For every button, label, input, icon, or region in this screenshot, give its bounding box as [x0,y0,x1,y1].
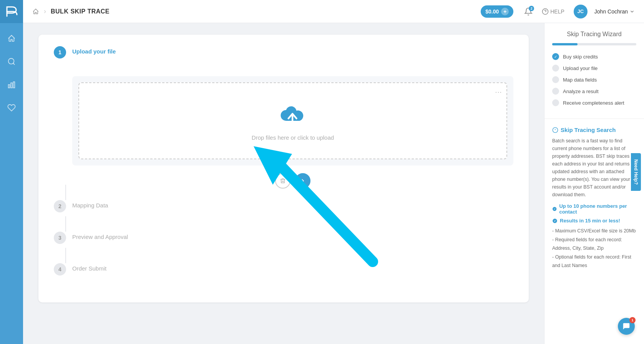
right-panel: Skip Tracing Wizard ✓ Buy skip credits U… [544,23,644,344]
wizard-item-4-label: Receive completeness alert [563,100,624,106]
sidebar-item-search[interactable] [4,54,19,69]
list-item-0: - Maximum CSV/Excel file size is 20Mb [552,227,636,235]
wizard-item-4: Receive completeness alert [552,99,636,106]
wizard-item-0: ✓ Buy skip credits [552,53,636,60]
chat-bubble[interactable]: 1 [618,318,635,335]
sidebar [0,0,23,344]
sidebar-item-home[interactable] [4,31,19,46]
notification-badge: 2 [529,6,534,11]
chat-icon [622,322,631,331]
step-1-label: Upload your file [72,46,116,55]
wizard-progress-bar [552,43,636,45]
step-1: 1 Upload your file [54,46,513,58]
header: › BULK SKIP TRACE $0.00 + 2 HELP JC John… [23,0,644,23]
next-button[interactable] [295,173,310,189]
search-panel-highlight-1: Results in 15 min or less! [552,218,636,224]
list-item-1: - Required fields for each record: Addre… [552,235,636,253]
main-wrapper: › BULK SKIP TRACE $0.00 + 2 HELP JC John… [23,0,644,344]
breadcrumb-separator: › [44,7,46,15]
wizard-item-1-label: Upload your file [563,65,598,71]
wizard-panel-title: Skip Tracing Wizard [552,31,636,38]
search-panel-icon [552,127,558,133]
search-panel-highlight-0: Up to 10 phone numbers per contact [552,203,636,215]
upload-zone[interactable]: ⋯ Drop files here or click to upload [78,82,507,159]
username-dropdown[interactable]: John Cochran [594,8,635,15]
highlight-1-label: Results in 15 min or less! [560,218,620,224]
search-panel-title: Skip Tracing Search [552,127,636,133]
step-2: 2 Mapping Data [54,200,513,212]
step-2-label: Mapping Data [72,200,108,209]
step-3-number: 3 [58,235,61,241]
step-2-number: 2 [58,203,61,209]
upload-text: Drop files here or click to upload [252,134,334,141]
upload-cloud-icon [279,105,306,130]
trash-icon [280,178,286,184]
chart-icon [7,80,16,89]
avatar[interactable]: JC [574,5,588,18]
balance-amount: $0.00 [485,8,499,15]
wizard-item-4-icon [552,99,559,106]
search-panel: Skip Tracing Search Batch search is a fa… [544,119,644,278]
wizard-item-0-label: Buy skip credits [563,54,598,60]
wizard-panel: Skip Tracing Wizard ✓ Buy skip credits U… [544,23,644,119]
help-button[interactable]: HELP [542,8,564,15]
list-item-2: - Optional fields for each record: First… [552,253,636,270]
balance-button[interactable]: $0.00 + [481,5,513,18]
check-circle-icon-1 [552,218,558,224]
sidebar-item-favorites[interactable] [4,100,19,115]
avatar-initials: JC [578,8,584,14]
logo-icon [5,5,18,18]
add-funds-icon[interactable]: + [501,8,509,15]
action-buttons [72,173,513,189]
svg-point-0 [8,58,14,64]
sidebar-item-analytics[interactable] [4,77,19,92]
step-4: 4 Order Submit [54,263,513,276]
check-circle-icon-0 [552,206,557,212]
wizard-item-2-label: Map data fields [563,77,597,83]
wizard-item-1-icon [552,65,559,72]
step-2-circle: 2 [54,200,66,212]
wizard-progress-fill [552,43,578,45]
delete-button[interactable] [275,173,290,189]
step-4-number: 4 [58,266,61,272]
svg-rect-1 [8,85,10,88]
wizard-item-3-icon [552,88,559,95]
sidebar-navigation [4,23,19,115]
search-panel-title-text: Skip Tracing Search [561,127,616,133]
connector-2-3 [65,216,66,232]
chevron-right-icon [300,178,306,184]
step-1-circle: 1 [54,46,66,58]
search-icon [7,57,16,66]
highlight-0-label: Up to 10 phone numbers per contact [559,203,636,215]
wizard-item-2-icon [552,76,559,83]
notification-bell[interactable]: 2 [524,7,533,16]
wizard-steps-container: 1 Upload your file ⋯ [38,35,529,302]
upload-wrapper: ⋯ Drop files here or click to upload [72,76,513,165]
sidebar-logo[interactable] [0,0,23,23]
connector-1-2 [65,185,66,200]
main-content: 1 Upload your file ⋯ [23,23,544,344]
heart-icon [7,104,16,112]
wizard-item-1: Upload your file [552,65,636,72]
content-area: 1 Upload your file ⋯ [23,23,644,344]
upload-options-icon[interactable]: ⋯ [495,88,502,96]
step-3-circle: 3 [54,232,66,244]
page-title: BULK SKIP TRACE [51,8,110,15]
step-4-circle: 4 [54,263,66,276]
connector-3-4 [65,248,66,263]
step-4-label: Order Submit [72,263,106,272]
step-1-number: 1 [58,49,61,55]
need-help-tab[interactable]: Need Help? [631,153,641,191]
step-3-label: Preview and Approval [72,232,128,240]
header-home-icon[interactable] [32,8,39,15]
home-icon [7,34,16,43]
wizard-item-0-icon: ✓ [552,53,559,60]
svg-rect-2 [11,83,12,88]
chat-badge: 1 [629,317,636,323]
chevron-down-icon [629,9,635,14]
svg-rect-3 [13,82,15,88]
wizard-item-2: Map data fields [552,76,636,83]
step-3: 3 Preview and Approval [54,232,513,244]
search-panel-list: - Maximum CSV/Excel file size is 20Mb - … [552,227,636,270]
wizard-item-3-label: Analyze a result [563,89,599,94]
